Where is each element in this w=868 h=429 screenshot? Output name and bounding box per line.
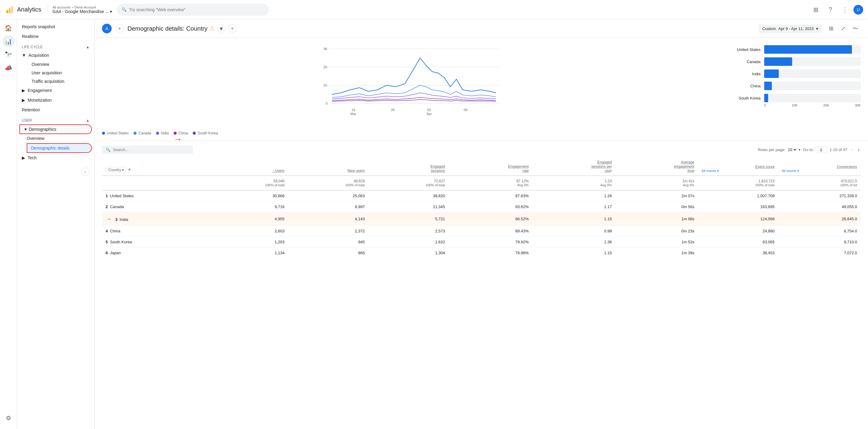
table-row: 4 China 2,603 2,372 2,573 89.43% 0.99 0m… (102, 226, 861, 237)
bar-fill-south-korea (764, 94, 768, 102)
sidebar-reports-icon[interactable]: 📊 (2, 35, 14, 47)
bar-track-china (764, 81, 861, 90)
goto-input[interactable] (815, 146, 827, 153)
svg-rect-1 (9, 8, 11, 13)
search-icon: 🔍 (122, 7, 127, 12)
add-comparison-button[interactable]: + (228, 24, 237, 33)
apps-icon-button[interactable]: ⊞ (810, 4, 822, 16)
svg-text:19: 19 (351, 108, 355, 112)
bar-label-india: India (733, 72, 761, 76)
nav-monetization[interactable]: ▶ Monetization (17, 95, 92, 105)
help-icon-button[interactable]: ? (824, 4, 836, 16)
table-row: 5 South Korea 1,203 945 1,632 79.92% 1.3… (102, 237, 861, 248)
col-header-country[interactable]: Country ▾ + (102, 158, 208, 176)
nav-demographics-overview[interactable]: Overview (17, 134, 92, 142)
main-header: A + Demographic details: Country ⚠ ▾ + C… (95, 20, 868, 38)
insights-button[interactable]: 〜 (850, 23, 861, 34)
filter-avatar: A (102, 24, 112, 33)
reports-snapshot-label: Reports snapshot (22, 24, 55, 29)
sidebar-collapse-button[interactable]: ‹ (81, 167, 90, 176)
nav-realtime[interactable]: Realtime (17, 32, 92, 41)
nav-reports-snapshot[interactable]: Reports snapshot (17, 22, 92, 32)
goto-field: Go to: (803, 146, 827, 153)
nav-engagement[interactable]: ▶ Engagement (17, 86, 92, 95)
svg-rect-0 (6, 10, 8, 13)
bar-row-india: India (733, 69, 861, 78)
analytics-logo-icon (5, 5, 14, 14)
col-header-sessions-per-user[interactable]: Engagedsessions peruser (532, 158, 616, 176)
event-count-filter[interactable]: All events ▾ (702, 169, 775, 173)
table-section: 🔍 Rows per page: 10 25 50 ▾ Go to (95, 140, 868, 263)
bar-label-canada: Canada (733, 60, 761, 64)
nav-user-acquisition[interactable]: User acquisition (22, 69, 92, 77)
realtime-label: Realtime (22, 34, 38, 39)
sidebar-settings-icon[interactable]: ⚙ (2, 412, 14, 424)
customize-report-button[interactable]: ⊞ (826, 23, 836, 34)
totals-users: 59,040 100% of total (208, 176, 288, 190)
col-header-engaged-sessions[interactable]: Engagedsessions (368, 158, 448, 176)
user-avatar[interactable]: U (854, 5, 863, 14)
bar-chart-rows: United States Canada India (733, 43, 861, 102)
svg-text:09: 09 (464, 108, 467, 112)
country-filter-chip[interactable]: Country ▾ (105, 167, 127, 173)
table-pagination: Rows per page: 10 25 50 ▾ Go to: 1-10 of… (758, 145, 861, 154)
bar-chart-container: United States Canada India (733, 43, 861, 135)
add-filter-button[interactable]: + (115, 24, 124, 33)
totals-row: 59,040 100% of total 49,829 100% of tota… (102, 176, 861, 190)
nav-acquisition[interactable]: ▼ Acquisition (22, 51, 92, 60)
account-selector[interactable]: All accounts > Demo Account GA4 - Google… (48, 5, 112, 14)
bar-track-canada (764, 57, 861, 66)
nav-overview[interactable]: Overview (22, 60, 92, 69)
nav-demographics[interactable]: ▼ Demographics (20, 124, 92, 134)
svg-text:2K: 2K (323, 65, 328, 69)
bar-fill-us (764, 45, 852, 54)
col-header-event-count[interactable]: Event count All events ▾ (698, 158, 778, 176)
sidebar-explore-icon[interactable]: 🔭 (2, 48, 14, 61)
col-header-avg-time[interactable]: Averageengagementtime (616, 158, 698, 176)
nav-tech[interactable]: ▶ Tech (17, 153, 92, 163)
user-section[interactable]: User ▲ (17, 115, 94, 124)
nav-demographic-details[interactable]: Demographic details (27, 143, 92, 153)
nav-retention[interactable]: Retention (17, 105, 92, 115)
share-button[interactable]: ⤢ (838, 23, 848, 34)
add-dimension-button[interactable]: + (128, 167, 131, 173)
header-actions: ⊞ ⤢ 〜 (826, 23, 861, 34)
bar-fill-india (764, 69, 779, 78)
col-header-new-users[interactable]: New users (288, 158, 368, 176)
sidebar-advertising-icon[interactable]: 📣 (2, 62, 14, 74)
topbar: Analytics All accounts > Demo Account GA… (0, 0, 868, 20)
date-chevron-icon: ▾ (816, 26, 818, 31)
page-title: Demographic details: Country ⚠ ▾ + (127, 24, 237, 33)
demographics-chevron: ▼ (24, 127, 28, 132)
rows-per-page-select[interactable]: 10 25 50 (787, 147, 797, 152)
totals-avg-time: 1m 41s Avg 0% (616, 176, 698, 190)
svg-text:3K: 3K (323, 47, 328, 51)
account-name[interactable]: GA4 - Google Merchandise ... ▾ (53, 9, 112, 14)
next-page-button[interactable]: › (857, 145, 861, 154)
nav-traffic-acquisition[interactable]: Traffic acquisition (22, 77, 92, 86)
bar-track-india (764, 69, 861, 78)
main-layout: 🏠 📊 🔭 📣 ⚙ Reports snapshot Realtime Life… (0, 20, 868, 429)
dropdown-chevron-icon: ▾ (110, 9, 112, 14)
sidebar-home-icon[interactable]: 🏠 (2, 22, 14, 34)
col-header-users[interactable]: ↓ Users (208, 158, 288, 176)
table-search-icon: 🔍 (105, 147, 111, 152)
col-header-engagement-rate[interactable]: Engagementrate (448, 158, 532, 176)
conversions-filter[interactable]: All events ▾ (782, 169, 857, 173)
legend-dot-india (156, 132, 159, 135)
totals-sessions-per-user: 1.23 Avg 0% (532, 176, 616, 190)
topbar-right: ⊞ ? ⋮ U (810, 4, 863, 16)
table-search-input[interactable] (113, 147, 189, 152)
col-header-conversions[interactable]: Conversions All events ▾ (778, 158, 861, 176)
title-dropdown-button[interactable]: ▾ (217, 24, 225, 33)
date-range-selector[interactable]: Custom Apr 9 - Apr 11, 2023 ▾ (759, 25, 822, 33)
search-input[interactable] (129, 7, 264, 12)
lifecycle-section[interactable]: Life cycle ▲ (17, 41, 94, 51)
more-options-button[interactable]: ⋮ (839, 4, 851, 16)
table-search-bar[interactable]: 🔍 (102, 145, 193, 154)
icon-sidebar: 🏠 📊 🔭 📣 ⚙ (0, 20, 17, 429)
svg-text:0: 0 (326, 102, 328, 105)
search-bar[interactable]: 🔍 (117, 4, 269, 16)
prev-page-button[interactable]: ‹ (850, 145, 854, 154)
line-chart-container: 3K 2K 1K 0 19 Mar 26 02 Apr 09 (102, 43, 726, 135)
